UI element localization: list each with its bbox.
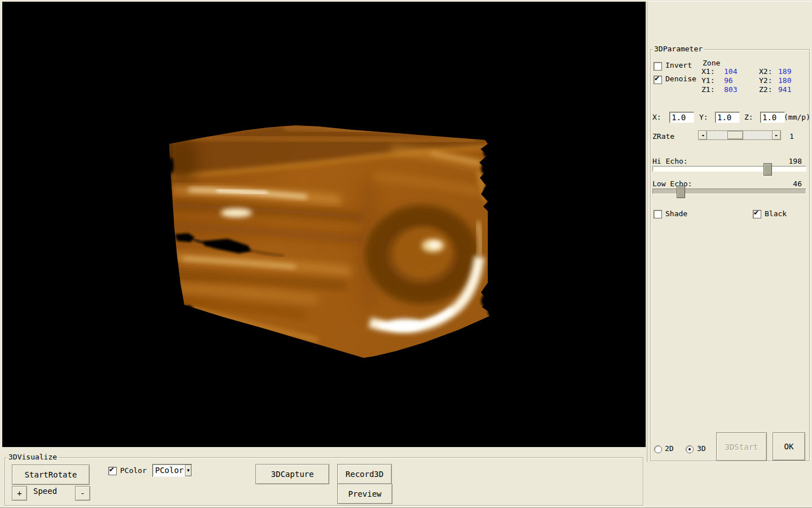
ultrasound-3d-app-window: { "colors": { "window_bg": "#ece9d8", "v… [0,0,812,508]
start-3d-button[interactable]: 3DStart [716,432,767,461]
zone-y1-value: 96 [724,76,733,85]
speed-plus-button[interactable]: + [12,486,27,501]
radio-dot-icon [689,448,691,450]
invert-label: Invert [665,61,692,69]
check-icon: ✔ [753,209,759,217]
zone-z2-label: Z2: [759,85,772,94]
zone-x1-value: 104 [724,67,737,76]
preview-button[interactable]: Preview [337,484,392,504]
parameter-groupbox: 3DParameter Invert ✔ Denoise Zone X1: 10… [650,49,810,461]
scroll-left-arrow-icon[interactable]: ◄ [698,130,707,140]
zone-z1-value: 803 [724,85,737,94]
mode-2d-radio[interactable] [654,445,662,453]
mode-3d-label: 3D [697,444,706,453]
visualize-group-title: 3DVisualize [7,453,59,461]
zrate-scrollbar[interactable]: ◄ ► [698,130,781,140]
scale-y-input[interactable] [715,112,740,123]
black-checkbox[interactable]: ✔ [753,210,761,218]
speed-label: Speed [33,487,57,496]
hi-echo-value: 198 [784,157,802,165]
scale-x-input[interactable] [669,112,694,123]
scale-y-label: Y: [699,113,708,121]
pcolor-dropdown[interactable]: PColor ▼ [152,464,192,477]
zone-x1-label: X1: [701,67,714,76]
zone-title: Zone [703,59,720,67]
pcolor-checkbox[interactable]: ✔ [108,467,117,475]
low-echo-value: 46 [784,179,802,188]
mode-2d-label: 2D [665,444,674,453]
pcolor-dropdown-value: PColor [153,465,185,476]
check-icon: ✔ [109,466,114,474]
zone-x2-value: 189 [778,67,791,76]
scale-z-label: Z: [744,113,753,121]
hi-echo-slider-thumb[interactable] [764,163,772,176]
scale-x-label: X: [652,113,661,121]
zone-y1-label: Y1: [701,76,714,85]
parameter-group-title: 3DParameter [652,45,704,53]
denoise-checkbox[interactable]: ✔ [654,76,662,84]
scroll-right-arrow-icon[interactable]: ► [772,130,781,140]
chevron-down-icon[interactable]: ▼ [185,465,192,476]
zrate-scrollbar-track[interactable] [707,130,772,140]
zone-x2-label: X2: [759,67,772,76]
low-echo-slider-thumb[interactable] [677,186,685,198]
render-viewport[interactable] [2,2,645,447]
zone-z2-value: 941 [778,85,791,94]
zrate-scrollbar-thumb[interactable] [727,131,743,139]
black-label: Black [765,209,787,218]
zone-y2-value: 180 [778,76,791,85]
start-rotate-button[interactable]: StartRotate [12,465,90,485]
pcolor-label: PColor [120,466,147,475]
ultrasound-volume-render [2,2,646,447]
visualize-groupbox: 3DVisualize StartRotate ✔ PColor PColor … [5,457,643,506]
check-icon: ✔ [654,75,660,82]
scale-unit-label: (mm/p) [784,113,810,121]
capture-3d-button[interactable]: 3DCapture [255,464,329,484]
shade-label: Shade [665,209,687,218]
hi-echo-slider-track[interactable] [652,166,806,172]
zrate-value: 1 [789,132,794,141]
denoise-label: Denoise [665,75,696,83]
shade-checkbox[interactable] [654,210,662,218]
invert-checkbox[interactable] [654,62,662,71]
record-3d-button[interactable]: Record3D [337,464,392,484]
zone-z1-label: Z1: [701,85,714,94]
parameter-panel: 3DParameter Invert ✔ Denoise Zone X1: 10… [647,1,811,462]
hi-echo-label: Hi Echo: [652,157,688,165]
low-echo-slider-track[interactable] [652,189,806,194]
zrate-label: ZRate [652,132,674,141]
speed-minus-button[interactable]: - [75,486,90,501]
low-echo-label: Low Echo: [652,179,692,188]
scale-z-input[interactable] [760,112,785,123]
mode-3d-radio[interactable] [686,445,694,453]
ok-button[interactable]: OK [773,432,805,461]
zone-y2-label: Y2: [759,76,772,85]
